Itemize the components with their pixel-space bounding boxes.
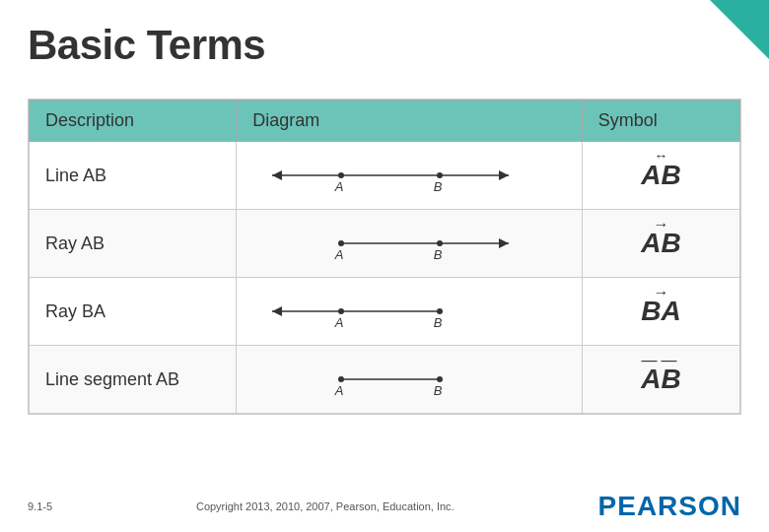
table-row: Line segment AB A B (30, 346, 740, 414)
col-header-description: Description (30, 100, 237, 142)
table-row: Line AB A B (30, 142, 740, 210)
symbol-ray-ba: → BA (582, 278, 739, 346)
svg-text:B: B (434, 247, 443, 262)
main-table: Description Diagram Symbol Line AB (29, 100, 740, 414)
desc-line-ab: Line AB (30, 142, 237, 210)
diagram-line-ab: A B (237, 142, 582, 210)
svg-point-16 (338, 376, 344, 382)
table-row: Ray BA A B (30, 278, 740, 346)
desc-segment-ab: Line segment AB (30, 346, 237, 414)
symbol-line-ab: ↔ AB (582, 142, 739, 210)
footer-slide-number: 9.1-5 (28, 500, 52, 512)
svg-text:A: A (334, 383, 344, 398)
symbol-ray-ab: → AB (582, 210, 739, 278)
table-wrapper: Description Diagram Symbol Line AB (28, 99, 741, 415)
svg-text:A: A (334, 315, 344, 330)
svg-point-7 (437, 240, 443, 246)
footer-copyright: Copyright 2013, 2010, 2007, Pearson, Edu… (196, 500, 454, 512)
col-header-diagram: Diagram (237, 100, 582, 142)
svg-text:A: A (334, 247, 344, 262)
svg-point-1 (338, 172, 344, 178)
footer: 9.1-5 Copyright 2013, 2010, 2007, Pearso… (0, 491, 769, 522)
svg-text:B: B (434, 315, 443, 330)
svg-point-12 (437, 308, 443, 314)
corner-decoration (710, 0, 769, 59)
diagram-segment-ab: A B (237, 346, 582, 414)
svg-point-2 (437, 172, 443, 178)
desc-ray-ab: Ray AB (30, 210, 237, 278)
footer-brand: PEARSON (598, 491, 741, 522)
svg-text:A: A (334, 179, 344, 194)
symbol-segment-ab: —— AB (582, 346, 739, 414)
desc-ray-ba: Ray BA (30, 278, 237, 346)
svg-text:B: B (434, 383, 443, 398)
col-header-symbol: Symbol (582, 100, 739, 142)
svg-point-17 (437, 376, 443, 382)
svg-point-6 (338, 240, 344, 246)
diagram-ray-ba: A B (237, 278, 582, 346)
diagram-ray-ab: A B (237, 210, 582, 278)
table-header-row: Description Diagram Symbol (30, 100, 740, 142)
svg-text:B: B (434, 179, 443, 194)
svg-point-11 (338, 308, 344, 314)
page-title: Basic Terms (28, 22, 265, 69)
table-row: Ray AB A B (30, 210, 740, 278)
